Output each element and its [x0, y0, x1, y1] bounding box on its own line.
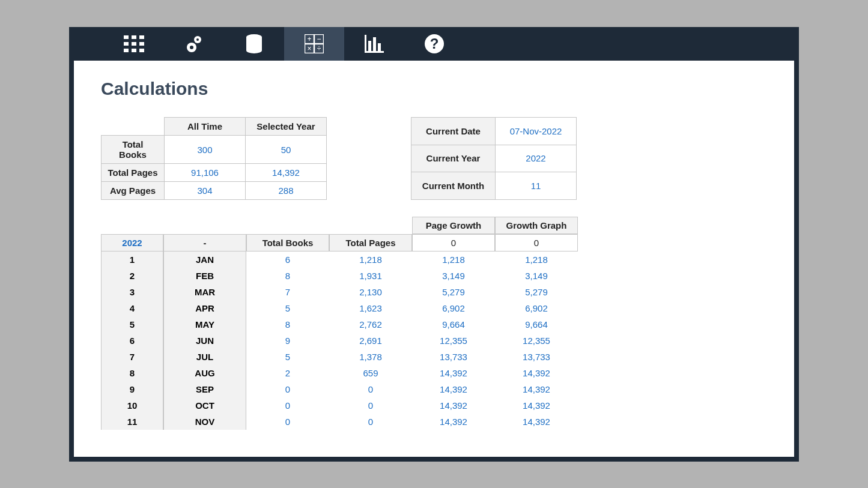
svg-rect-0	[124, 35, 129, 39]
page-growth: 12,355	[412, 333, 495, 349]
table-row: 3MAR72,1305,2795,279	[101, 284, 578, 300]
month-number: 9	[101, 381, 163, 397]
col-total-books: Total Books	[246, 234, 329, 252]
table-row: 5MAY82,7629,6649,664	[101, 316, 578, 333]
total-books: 5	[246, 300, 329, 316]
cell-value: 50	[246, 136, 327, 164]
growth-graph: 14,392	[495, 381, 578, 397]
growth-graph: 1,218	[495, 252, 578, 268]
app-frame: +−×÷ ? Calculations All Time Selected Ye…	[69, 27, 799, 462]
row-label: Total Books	[102, 136, 165, 164]
growth-graph: 13,733	[495, 349, 578, 365]
month-name: MAY	[163, 316, 246, 333]
total-books: 9	[246, 333, 329, 349]
cell-value: 11	[496, 172, 577, 200]
page-growth: 14,392	[412, 365, 495, 381]
row-label: Total Pages	[102, 164, 165, 182]
total-books: 0	[246, 381, 329, 397]
svg-point-12	[190, 46, 193, 49]
month-number: 5	[101, 316, 163, 333]
page-growth: 14,392	[412, 397, 495, 414]
total-pages: 2,691	[329, 333, 412, 349]
table-row: 8AUG265914,39214,392	[101, 365, 578, 381]
page-growth: 13,733	[412, 349, 495, 365]
total-pages: 0	[329, 397, 412, 414]
table-row: Avg Pages 304 288	[102, 182, 327, 200]
svg-rect-5	[139, 42, 144, 46]
svg-rect-22	[365, 51, 384, 53]
cell-value: 14,392	[246, 164, 327, 182]
nav-calculator[interactable]: +−×÷	[284, 27, 344, 61]
summary-col-selected: Selected Year	[246, 118, 327, 136]
svg-rect-8	[139, 49, 144, 52]
page-growth: 5,279	[412, 284, 495, 300]
total-pages: 1,218	[329, 252, 412, 268]
nav-database[interactable]	[224, 27, 284, 61]
month-number: 10	[101, 397, 163, 414]
page-content: Calculations All Time Selected Year Tota…	[74, 61, 794, 457]
calculator-icon: +−×÷	[305, 34, 324, 53]
svg-point-10	[196, 38, 199, 41]
page-growth: 6,902	[412, 300, 495, 316]
page-growth: 9,664	[412, 316, 495, 333]
month-number: 7	[101, 349, 163, 365]
month-number: 11	[101, 414, 163, 430]
col-pg-zero: 0	[412, 234, 495, 252]
total-pages: 1,931	[329, 268, 412, 284]
total-books: 5	[246, 349, 329, 365]
total-books: 0	[246, 414, 329, 430]
growth-graph: 6,902	[495, 300, 578, 316]
nav-help[interactable]: ?	[404, 27, 464, 61]
gear-icon	[184, 34, 204, 53]
table-row: 2FEB81,9313,1493,149	[101, 268, 578, 284]
growth-graph: 9,664	[495, 316, 578, 333]
month-name: SEP	[163, 381, 246, 397]
svg-rect-21	[365, 35, 366, 53]
month-number: 1	[101, 252, 163, 268]
row-label: Current Year	[411, 145, 496, 172]
table-row: 11NOV0014,39214,392	[101, 414, 578, 430]
svg-rect-2	[139, 35, 144, 39]
svg-text:+: +	[307, 35, 311, 43]
growth-graph: 14,392	[495, 397, 578, 414]
month-number: 2	[101, 268, 163, 284]
month-name: JUL	[163, 349, 246, 365]
total-books: 7	[246, 284, 329, 300]
month-number: 3	[101, 284, 163, 300]
table-row: 9SEP0014,39214,392	[101, 381, 578, 397]
total-books: 6	[246, 252, 329, 268]
svg-rect-23	[368, 41, 371, 51]
svg-rect-25	[378, 43, 381, 51]
nav-grid[interactable]	[104, 27, 164, 61]
col-page-growth: Page Growth	[412, 217, 495, 234]
page-growth: 3,149	[412, 268, 495, 284]
month-name: MAR	[163, 284, 246, 300]
total-pages: 2,130	[329, 284, 412, 300]
col-year: 2022	[101, 234, 163, 252]
svg-rect-4	[132, 42, 136, 46]
svg-text:×: ×	[307, 44, 311, 53]
month-number: 4	[101, 300, 163, 316]
growth-graph: 3,149	[495, 268, 578, 284]
nav-settings[interactable]	[164, 27, 224, 61]
month-name: NOV	[163, 414, 246, 430]
row-label: Avg Pages	[102, 182, 165, 200]
table-row: Current Date 07-Nov-2022	[411, 118, 577, 145]
page-growth: 1,218	[412, 252, 495, 268]
table-row: Total Pages 91,106 14,392	[102, 164, 327, 182]
table-row: 10OCT0014,39214,392	[101, 397, 578, 414]
table-row: Current Month 11	[411, 172, 577, 200]
month-number: 6	[101, 333, 163, 349]
total-books: 8	[246, 316, 329, 333]
month-number: 8	[101, 365, 163, 381]
row-label: Current Month	[411, 172, 496, 200]
total-books: 8	[246, 268, 329, 284]
total-pages: 1,378	[329, 349, 412, 365]
month-name: JAN	[163, 252, 246, 268]
nav-chart[interactable]	[344, 27, 404, 61]
total-pages: 1,623	[329, 300, 412, 316]
cell-value: 07-Nov-2022	[496, 118, 577, 145]
cell-value: 2022	[496, 145, 577, 172]
svg-rect-7	[132, 49, 136, 52]
grid-icon	[124, 35, 144, 52]
